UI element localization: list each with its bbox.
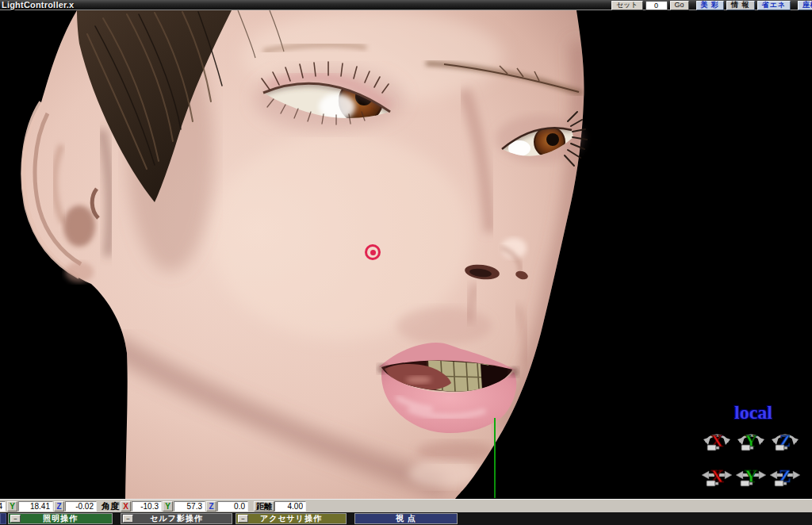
light-target-marker[interactable] (365, 244, 381, 260)
coordinate-bar: Y Z 角度 X Y Z 距離 (0, 499, 812, 512)
move-x-button[interactable]: X (701, 463, 733, 489)
bisai-button[interactable]: 美 彩 (696, 1, 725, 10)
position-x-field[interactable] (0, 501, 6, 512)
go-button[interactable]: Go (670, 1, 689, 10)
position-y-field[interactable] (18, 501, 53, 512)
tab-viewpoint[interactable]: 視 点 (354, 513, 458, 524)
angle-z-field[interactable] (217, 501, 248, 512)
move-z-button[interactable]: Z (769, 463, 801, 489)
angle-z-label: Z (206, 501, 216, 512)
position-y-label: Y (7, 501, 17, 512)
gizmo-space-label: local (701, 402, 806, 423)
move-y-button[interactable]: Y (735, 463, 767, 489)
collapse-button[interactable]: − (10, 515, 21, 523)
tab-label: 視 点 (396, 514, 416, 523)
collapse-button[interactable]: − (123, 515, 133, 523)
angle-x-field[interactable] (132, 501, 162, 512)
position-z-field[interactable] (65, 501, 97, 512)
joho-button[interactable]: 情 報 (726, 1, 755, 10)
angle-label: 角度 (102, 501, 119, 512)
tab-label: セルフ影操作 (150, 514, 203, 523)
angle-y-field[interactable] (174, 501, 205, 512)
position-z-label: Z (54, 501, 64, 512)
zahyo-button[interactable]: 座標 (798, 1, 812, 10)
tab-label: 照明操作 (43, 514, 78, 523)
marker-center-dot (370, 250, 376, 255)
tab-accessory-control[interactable]: − アクセサリ操作 (236, 513, 347, 524)
angle-x-label: X (121, 501, 131, 512)
rotate-z-button[interactable]: Z (769, 428, 801, 454)
panel-bar: − 照明操作 − セルフ影操作 − アクセサリ操作 視 点 (0, 512, 812, 525)
distance-label: 距離 (254, 501, 274, 512)
set-button[interactable]: セット (611, 1, 643, 10)
tab-lighting-control[interactable]: − 照明操作 (8, 513, 113, 524)
title-bar: LightController.x セット Go 美 彩 情 報 省エネ 座標 (0, 0, 812, 10)
window-title: LightController.x (2, 0, 74, 10)
face-render (0, 10, 812, 499)
rotate-y-button[interactable]: Y (735, 428, 767, 454)
collapse-button[interactable]: − (238, 515, 248, 523)
shoene-button[interactable]: 省エネ (757, 1, 791, 10)
gizmo-grid: X Y (701, 428, 806, 489)
tab-label: アクセサリ操作 (260, 514, 322, 523)
rotate-x-button[interactable]: X (701, 428, 733, 454)
panel-edge-sliver (0, 513, 6, 524)
tab-self-shadow-control[interactable]: − セルフ影操作 (121, 513, 232, 524)
app-window: LightController.x セット Go 美 彩 情 報 省エネ 座標 (0, 0, 812, 525)
distance-field[interactable] (274, 501, 306, 512)
viewport-3d[interactable]: local X (0, 10, 812, 499)
titlebar-controls: セット Go 美 彩 情 報 省エネ 座標 (611, 0, 812, 10)
set-count-input[interactable] (645, 1, 668, 10)
light-axis-line (494, 418, 496, 498)
angle-y-label: Y (163, 501, 173, 512)
gizmo-panel: local X (701, 402, 806, 489)
